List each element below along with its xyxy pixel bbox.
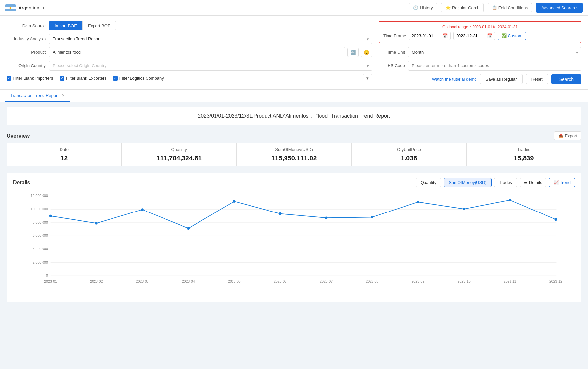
industry-analysis-select-wrap: Transaction Trend Report ▾ xyxy=(49,34,372,44)
filter-blank-exporters-label: Filter Blank Exporters xyxy=(66,76,107,81)
svg-text:2023-03: 2023-03 xyxy=(136,279,149,283)
save-as-regular-button[interactable]: Save as Regular xyxy=(480,74,523,84)
import-boe-tab[interactable]: Import BOE xyxy=(49,21,82,30)
filter-blank-importers-label: Filter Blank Importers xyxy=(13,76,53,81)
origin-country-label: Origin Country xyxy=(7,63,46,68)
time-frame-row: Time Frame 📅 📅 ✅ Custom xyxy=(383,32,577,40)
trades-tab-button[interactable]: Trades xyxy=(494,178,517,187)
calendar-end-icon[interactable]: 📅 xyxy=(487,33,492,38)
sumofmoney-tab-button[interactable]: SumOfMoney(USD) xyxy=(444,178,492,187)
overview-col-date: Date 12 xyxy=(7,143,122,166)
filter-logistics-label: Filter Logitics Company xyxy=(119,76,164,81)
overview-col-date-value: 12 xyxy=(13,155,115,162)
data-point-nov xyxy=(509,199,511,201)
export-label: Export xyxy=(565,133,577,138)
export-button[interactable]: 📤 Export xyxy=(554,131,581,140)
filter-blank-exporters-checkbox xyxy=(60,76,64,81)
filter-logistics[interactable]: Filter Logitics Company xyxy=(113,76,164,81)
svg-text:12,000,000: 12,000,000 xyxy=(31,194,48,198)
search-panel: Data Source Import BOE Export BOE Indust… xyxy=(0,16,588,90)
fold-conditions-label: Fold Conditions xyxy=(498,5,528,10)
search-right: Optional range：2008-01-01 to 2024-01-31 … xyxy=(379,21,581,84)
trend-chart: 12,000,000 10,000,000 8,000,000 6,000,00… xyxy=(13,192,575,287)
tab-transaction-trend-report[interactable]: Transaction Trend Report ✕ xyxy=(5,90,70,102)
industry-analysis-select[interactable]: Transaction Trend Report xyxy=(49,34,372,44)
tabs-bar: Transaction Trend Report ✕ xyxy=(0,90,588,102)
fold-conditions-icon: 📋 xyxy=(492,5,497,10)
trend-view-button[interactable]: 📈 Trend xyxy=(549,178,575,187)
translate-icon-button[interactable]: 🔤 xyxy=(347,48,359,57)
data-point-apr xyxy=(187,227,190,230)
collapse-button[interactable]: ▾ xyxy=(363,74,372,82)
regular-cond-button[interactable]: ⭐ Regular Cond. xyxy=(441,3,484,12)
origin-country-select-wrap: Please select Origin Country ▾ xyxy=(49,61,372,71)
svg-text:2023-12: 2023-12 xyxy=(549,279,562,283)
overview-table: Date 12 Quantity 111,704,324.81 SumOfMon… xyxy=(7,143,581,166)
details-header: Details Quantity SumOfMoney(USD) Trades … xyxy=(13,178,575,187)
overview-title: Overview xyxy=(7,133,30,139)
data-point-sep xyxy=(417,201,419,203)
trend-view-label: Trend xyxy=(560,180,571,185)
time-frame-label: Time Frame xyxy=(383,33,406,38)
product-input[interactable] xyxy=(49,47,345,57)
quantity-tab-button[interactable]: Quantity xyxy=(416,178,441,187)
date-end-input: 📅 xyxy=(453,32,495,40)
svg-text:2023-10: 2023-10 xyxy=(458,279,471,283)
origin-country-select[interactable]: Please select Origin Country xyxy=(49,61,372,71)
date-end-field[interactable] xyxy=(456,33,486,38)
reset-button[interactable]: Reset xyxy=(526,74,548,84)
search-button[interactable]: Search xyxy=(551,74,581,84)
advanced-search-arrow: › xyxy=(576,5,578,10)
data-point-feb xyxy=(95,222,98,225)
data-point-dec xyxy=(555,218,557,221)
tutorial-link[interactable]: Watch the tutorial demo xyxy=(432,77,477,82)
calendar-start-icon[interactable]: 📅 xyxy=(442,33,448,38)
filter-row: Filter Blank Importers Filter Blank Expo… xyxy=(7,74,372,82)
report-title: 2023/01/01-2023/12/31,Product AND"Alimen… xyxy=(7,107,581,125)
country-dropdown-arrow[interactable]: ▾ xyxy=(43,6,44,10)
history-button[interactable]: 🕐 History xyxy=(409,3,437,12)
date-start-input: 📅 xyxy=(409,32,451,40)
details-view-button[interactable]: ☰ Details xyxy=(520,178,546,187)
hs-code-row: HS Code xyxy=(379,61,581,71)
fold-conditions-button[interactable]: 📋 Fold Conditions xyxy=(488,3,532,12)
details-view-icon: ☰ xyxy=(524,180,528,185)
industry-analysis-row: Industry Analysis Transaction Trend Repo… xyxy=(7,34,372,44)
tab-close-icon[interactable]: ✕ xyxy=(62,93,65,98)
data-point-jul xyxy=(325,216,328,219)
product-row: Product 🔤 😊 xyxy=(7,47,372,57)
product-input-wrap: 🔤 😊 xyxy=(49,47,372,57)
overview-col-quantity: Quantity 111,704,324.81 xyxy=(122,143,236,166)
custom-button[interactable]: ✅ Custom xyxy=(498,32,526,40)
svg-text:2023-11: 2023-11 xyxy=(504,279,516,283)
filter-blank-importers[interactable]: Filter Blank Importers xyxy=(7,76,53,81)
details-title: Details xyxy=(13,180,30,186)
header-right: 🕐 History ⭐ Regular Cond. 📋 Fold Conditi… xyxy=(409,3,583,13)
search-left: Data Source Import BOE Export BOE Indust… xyxy=(7,21,372,84)
hs-code-input[interactable] xyxy=(408,61,581,71)
date-start-field[interactable] xyxy=(412,33,441,38)
filter-blank-exporters[interactable]: Filter Blank Exporters xyxy=(60,76,107,81)
flag-argentina xyxy=(5,4,16,11)
svg-text:2023-01: 2023-01 xyxy=(44,279,57,283)
trend-view-icon: 📈 xyxy=(553,180,559,185)
time-unit-select[interactable]: Month xyxy=(408,47,581,57)
advanced-search-button[interactable]: Advanced Search › xyxy=(536,3,583,13)
history-label: History xyxy=(420,5,433,10)
svg-text:4,000,000: 4,000,000 xyxy=(33,247,48,251)
svg-text:2023-09: 2023-09 xyxy=(411,279,424,283)
trend-line xyxy=(51,200,556,228)
time-unit-row: Time Unit Month ▾ xyxy=(379,47,581,57)
hs-code-label: HS Code xyxy=(379,63,405,68)
data-point-mar xyxy=(141,208,144,211)
overview-col-price-header: QtyUnitPrice xyxy=(358,147,459,152)
filter-logistics-checkbox xyxy=(113,76,118,81)
emoji-icon-button[interactable]: 😊 xyxy=(361,48,372,57)
data-point-aug xyxy=(371,216,373,219)
svg-rect-0 xyxy=(5,4,16,7)
export-boe-tab[interactable]: Export BOE xyxy=(82,21,116,30)
time-frame-box: Optional range：2008-01-01 to 2024-01-31 … xyxy=(379,21,581,43)
export-icon: 📤 xyxy=(558,133,563,138)
time-unit-label: Time Unit xyxy=(379,50,405,55)
svg-text:2,000,000: 2,000,000 xyxy=(33,260,48,264)
